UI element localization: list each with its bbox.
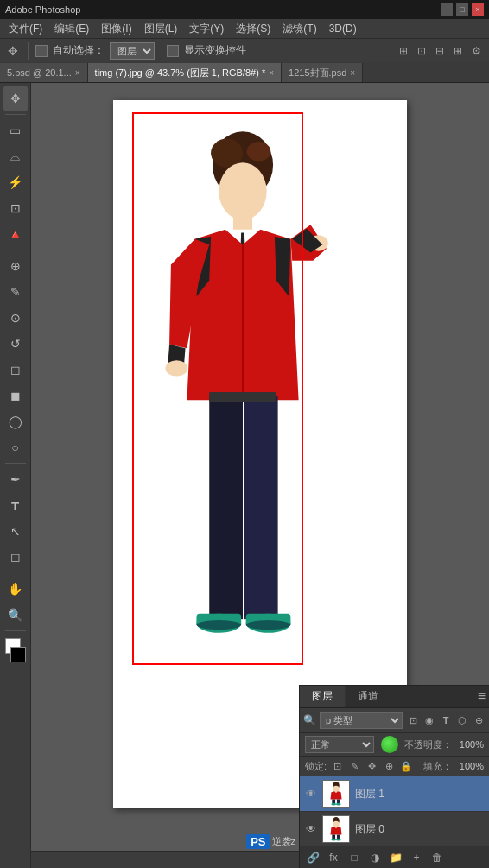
window-controls[interactable]: — □ × xyxy=(441,3,484,16)
tab-layers[interactable]: 图层 xyxy=(300,686,346,707)
svg-point-16 xyxy=(196,620,241,630)
auto-select-checkbox[interactable] xyxy=(35,45,48,57)
layer-0-visibility[interactable]: 👁 xyxy=(305,823,317,835)
layers-controls-row: 正常 不透明度： 100% xyxy=(300,733,489,757)
marquee-tool[interactable]: ▭ xyxy=(3,118,28,143)
pen-tool[interactable]: ✒ xyxy=(3,467,28,491)
separator4 xyxy=(5,573,26,573)
tab-channels[interactable]: 通道 xyxy=(346,686,391,707)
link-layers-icon[interactable]: 🔗 xyxy=(305,850,321,865)
add-adjustment-icon[interactable]: ◑ xyxy=(367,850,383,865)
svg-point-9 xyxy=(165,360,187,376)
add-group-icon[interactable]: 📁 xyxy=(388,850,403,865)
layer-0-thumbnail xyxy=(322,815,350,843)
lock-move-icon[interactable]: ✥ xyxy=(365,759,378,773)
layer-row-1[interactable]: 👁 图层 1 xyxy=(300,776,489,812)
filter-shape-icon[interactable]: ⬡ xyxy=(455,713,469,727)
shape-tool[interactable]: ◻ xyxy=(3,545,28,569)
add-layer-icon[interactable]: + xyxy=(409,850,424,865)
opacity-value: 100% xyxy=(454,739,484,750)
tab-close-cover[interactable]: × xyxy=(350,68,355,78)
gradient-tool[interactable]: ◼ xyxy=(3,383,28,408)
fill-label: 填充： xyxy=(423,760,452,773)
layer-1-thumb-svg xyxy=(324,782,348,806)
filter-type-icon[interactable]: T xyxy=(439,713,453,727)
menu-select[interactable]: 选择(S) xyxy=(231,20,276,38)
svg-point-25 xyxy=(336,803,341,806)
align-left-icon[interactable]: ⊞ xyxy=(396,43,411,59)
layers-menu-icon[interactable]: ≡ xyxy=(478,686,486,706)
blend-green-dot xyxy=(381,736,398,753)
options-icons: ⊞ ⊡ ⊟ ⊞ ⚙ xyxy=(396,43,484,59)
svg-rect-11 xyxy=(244,396,278,619)
lasso-tool[interactable]: ⌓ xyxy=(3,144,28,168)
history-tool[interactable]: ↺ xyxy=(3,332,28,356)
menu-3d[interactable]: 3D(D) xyxy=(324,21,362,36)
quick-select-tool[interactable]: ⚡ xyxy=(3,170,28,194)
blend-mode-select[interactable]: 正常 xyxy=(305,736,374,753)
filter-adjust-icon[interactable]: ◉ xyxy=(422,713,436,727)
menu-type[interactable]: 文字(Y) xyxy=(184,20,229,38)
align-center-icon[interactable]: ⊡ xyxy=(414,43,429,59)
tab-close-timg[interactable]: × xyxy=(269,68,274,78)
tab-5psd[interactable]: 5.psd @ 20.1... × xyxy=(0,63,88,82)
move-tool-icon: ✥ xyxy=(5,43,21,59)
menu-filter[interactable]: 滤镜(T) xyxy=(277,20,321,38)
auto-select-label: 自动选择： xyxy=(53,43,105,58)
lock-transparent-icon[interactable]: ⊡ xyxy=(330,759,344,773)
layer-1-visibility[interactable]: 👁 xyxy=(305,788,317,800)
stamp-tool[interactable]: ⊙ xyxy=(3,306,28,330)
foreground-color[interactable] xyxy=(10,647,26,662)
ps-logo: PS xyxy=(246,834,270,849)
align-right-icon[interactable]: ⊟ xyxy=(432,43,448,59)
dodge-tool[interactable]: ○ xyxy=(3,435,28,459)
layer-row-0[interactable]: 👁 图层 0 xyxy=(300,812,489,847)
path-select-tool[interactable]: ↖ xyxy=(3,519,28,543)
zoom-tool[interactable]: 🔍 xyxy=(3,603,28,627)
layers-type-select[interactable]: p 类型 xyxy=(320,712,403,729)
svg-point-24 xyxy=(331,803,336,806)
layers-bottom-row: 🔗 fx □ ◑ 📁 + 🗑 xyxy=(300,847,489,868)
main-area: ✥ ▭ ⌓ ⚡ ⊡ 🔺 ⊕ ✎ ⊙ ↺ ◻ ◼ ◯ ○ ✒ T ↖ ◻ ✋ 🔍 xyxy=(0,83,489,868)
heal-tool[interactable]: ⊕ xyxy=(3,254,28,278)
left-toolbar: ✥ ▭ ⌓ ⚡ ⊡ 🔺 ⊕ ✎ ⊙ ↺ ◻ ◼ ◯ ○ ✒ T ↖ ◻ ✋ 🔍 xyxy=(0,83,31,868)
delete-layer-icon[interactable]: 🗑 xyxy=(429,850,445,865)
move-tool[interactable]: ✥ xyxy=(3,86,28,111)
filter-pixel-icon[interactable]: ⊡ xyxy=(406,713,420,727)
hand-tool[interactable]: ✋ xyxy=(3,577,28,601)
type-tool[interactable]: T xyxy=(3,493,28,517)
lock-icons: ⊡ ✎ ✥ ⊕ 🔒 xyxy=(330,759,413,773)
maximize-button[interactable]: □ xyxy=(456,3,468,16)
settings-icon[interactable]: ⚙ xyxy=(468,43,484,59)
eraser-tool[interactable]: ◻ xyxy=(3,358,28,382)
tab-close-5psd[interactable]: × xyxy=(75,68,80,78)
crop-tool[interactable]: ⊡ xyxy=(3,196,28,220)
layers-tabs: 图层 通道 ≡ xyxy=(300,686,489,708)
distribute-icon[interactable]: ⊞ xyxy=(450,43,466,59)
close-button[interactable]: × xyxy=(472,3,484,16)
minimize-button[interactable]: — xyxy=(441,3,453,16)
blur-tool[interactable]: ◯ xyxy=(3,409,28,434)
lock-all-icon[interactable]: 🔒 xyxy=(399,759,413,773)
add-mask-icon[interactable]: □ xyxy=(346,850,362,865)
filter-smart-icon[interactable]: ⊕ xyxy=(472,713,486,727)
menu-layer[interactable]: 图层(L) xyxy=(139,20,183,38)
tab-cover[interactable]: 1215封面.psd × xyxy=(282,63,363,82)
menu-edit[interactable]: 编辑(E) xyxy=(49,20,94,38)
lock-paint-icon[interactable]: ✎ xyxy=(347,759,361,773)
fill-group: 填充： 100% xyxy=(423,760,484,773)
eyedropper-tool[interactable]: 🔺 xyxy=(3,222,28,246)
ps-site-label: 逆袭z xyxy=(272,835,296,848)
menu-image[interactable]: 图像(I) xyxy=(96,20,137,38)
person-svg xyxy=(139,109,346,739)
layer-type-select[interactable]: 图层 组 xyxy=(110,42,155,60)
tab-timg[interactable]: timg (7).jpg @ 43.7% (图层 1, RGB/8#) * × xyxy=(88,63,282,82)
show-transform-checkbox[interactable] xyxy=(167,45,179,57)
brush-tool[interactable]: ✎ xyxy=(3,280,28,304)
lock-artboard-icon[interactable]: ⊕ xyxy=(382,759,396,773)
menu-file[interactable]: 文件(F) xyxy=(3,20,48,38)
search-icon: 🔍 xyxy=(303,714,316,726)
svg-point-2 xyxy=(247,142,271,161)
color-swatch[interactable] xyxy=(3,638,28,662)
add-fx-icon[interactable]: fx xyxy=(326,850,341,865)
